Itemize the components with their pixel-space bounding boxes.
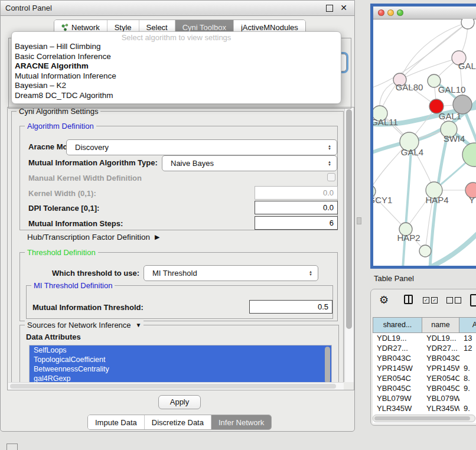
table-cell[interactable]: 9.: [459, 383, 476, 393]
network-canvas[interactable]: GAL7GAL80GAL10GAL1SWI4GAL11GAL4GCY1HAP4Y…: [373, 19, 476, 266]
table-cell[interactable]: 8.: [459, 373, 476, 383]
dpi-tolerance-label: DPI Tolerance [0,1]:: [28, 204, 99, 213]
checked-checkbox-icon[interactable]: ✓: [423, 297, 429, 304]
table-cell[interactable]: YDL19...: [373, 333, 422, 343]
table-cell[interactable]: [459, 393, 476, 403]
algorithm-option[interactable]: Basic Correlation Inference: [12, 52, 341, 62]
table-cell[interactable]: YDR27...: [422, 343, 459, 353]
table-cell[interactable]: YBR043C: [373, 353, 422, 363]
algorithm-option[interactable]: Dream8 DC_TDC Algorithm: [12, 91, 341, 101]
chevron-right-icon: ▶: [155, 233, 159, 240]
settings-scrollpane: Cyni Algorithm Settings Algorithm Defini…: [7, 107, 354, 390]
node-node-gray[interactable]: [453, 95, 472, 114]
zoom-traffic-light-icon[interactable]: [397, 9, 403, 16]
float-window-icon[interactable]: [326, 5, 333, 12]
table-cell[interactable]: YBR045C: [422, 383, 459, 393]
table-row[interactable]: YDR27...YDR27...12: [373, 343, 476, 353]
attribute-list-item[interactable]: TopologicalCoefficient: [30, 355, 331, 364]
table-cell[interactable]: 9.: [459, 403, 476, 413]
splitter-grip[interactable]: [357, 217, 361, 224]
document-icon[interactable]: [470, 294, 476, 306]
mi-threshold-field[interactable]: 0.5: [249, 300, 332, 314]
mi-type-combo[interactable]: Naive Bayes ▲▼: [162, 155, 337, 171]
docked-panel-icon[interactable]: [6, 444, 18, 450]
attributes-scrollbar[interactable]: [325, 347, 330, 383]
which-threshold-combo[interactable]: MI Threshold ▲▼: [144, 265, 318, 281]
algorithm-option[interactable]: Bayesian – Hill Climbing: [12, 42, 341, 52]
mi-threshold-groupbox: MI Threshold Definition Mutual Informati…: [26, 285, 333, 319]
manual-kernel-checkbox[interactable]: [327, 173, 335, 181]
close-traffic-light-icon[interactable]: [378, 9, 384, 16]
network-window-titlebar[interactable]: [373, 6, 476, 19]
algorithm-option[interactable]: Mutual Information Inference: [12, 71, 341, 81]
table-cell[interactable]: YER054C: [422, 373, 459, 383]
combo-stepper-icon: ▲▼: [309, 270, 312, 276]
table-horizontal-scrollbar[interactable]: [373, 415, 475, 422]
cyni-settings-groupbox: Cyni Algorithm Settings Algorithm Defini…: [11, 111, 344, 389]
table-row[interactable]: YBR043CYBR043C: [373, 353, 476, 363]
table-row[interactable]: YER054CYER054C8.: [373, 373, 476, 383]
control-panel-titlebar[interactable]: Control Panel ✕: [1, 1, 354, 16]
table-row[interactable]: YPR145WYPR145W9.: [373, 363, 476, 373]
table-row[interactable]: YBL079WYBL079W: [373, 393, 476, 403]
settings-vertical-scrollbar[interactable]: [344, 108, 354, 382]
node-label-GAL4: GAL4: [401, 147, 423, 157]
minimize-traffic-light-icon[interactable]: [387, 9, 394, 16]
mi-steps-field[interactable]: 6: [255, 216, 338, 230]
table-cell[interactable]: 13: [459, 333, 476, 343]
table-row[interactable]: YBR045CYBR045C9.: [373, 383, 476, 393]
table-cell[interactable]: YLR345W: [373, 403, 422, 413]
checked-checkbox-icon[interactable]: ✓: [431, 297, 438, 304]
table-cell[interactable]: YPR145W: [422, 363, 459, 373]
threshold-definition-groupbox: Threshold Definition Which threshold to …: [19, 252, 338, 321]
which-threshold-label: Which threshold to use:: [52, 269, 139, 278]
gear-icon[interactable]: ⚙: [379, 294, 389, 306]
algorithm-definition-groupbox: Algorithm Definition Aracne Mode: Discov…: [19, 126, 338, 230]
tab-discretize-data[interactable]: Discretize Data: [145, 415, 211, 429]
node-table: shared...nameA YDL19...YDL19...13YDR27..…: [373, 317, 476, 423]
sources-title: Sources for Network Inference▼: [25, 321, 144, 330]
unchecked-checkbox-icon[interactable]: [455, 297, 461, 304]
table-cell[interactable]: YBR045C: [373, 383, 422, 393]
algorithm-dropdown: Select algorithm to view settings Bayesi…: [11, 31, 341, 104]
table-cell[interactable]: YBR043C: [422, 353, 459, 363]
algorithm-option[interactable]: ARACNE Algorithm: [12, 61, 341, 71]
algorithm-option[interactable]: Bayesian – K2: [12, 81, 341, 91]
column-header[interactable]: name: [422, 317, 459, 333]
table-cell[interactable]: YDR27...: [373, 343, 422, 353]
tab-impute-data[interactable]: Impute Data: [88, 415, 145, 429]
node-node-bottom[interactable]: [419, 245, 431, 257]
network-icon: [61, 24, 69, 31]
table-row[interactable]: YLR345WYLR345W9.: [373, 403, 476, 413]
table-cell[interactable]: YLR345W: [422, 403, 459, 413]
split-columns-icon[interactable]: [404, 295, 413, 304]
attribute-list-item[interactable]: SelfLoops: [30, 345, 331, 355]
column-header[interactable]: A: [459, 317, 476, 333]
close-icon[interactable]: ✕: [340, 3, 347, 12]
tab-infer-network[interactable]: Infer Network: [211, 415, 271, 429]
table-cell[interactable]: 12: [459, 343, 476, 353]
scrollbar-thumb[interactable]: [374, 416, 470, 420]
dpi-tolerance-field[interactable]: 0.0: [255, 201, 338, 214]
node-node-top[interactable]: [461, 19, 474, 29]
chevron-down-icon[interactable]: ▼: [136, 322, 142, 328]
table-row[interactable]: YDL19...YDL19...13: [373, 333, 476, 343]
table-cell[interactable]: YBL079W: [373, 393, 422, 403]
table-cell[interactable]: YER054C: [373, 373, 422, 383]
hub-definition-toggle[interactable]: Hub/Transcription Factor Definition▶: [27, 233, 160, 242]
table-cell[interactable]: YDL19...: [422, 333, 459, 343]
scrollbar-thumb[interactable]: [10, 384, 336, 389]
table-cell[interactable]: YPR145W: [373, 363, 422, 373]
table-cell[interactable]: 9.: [459, 363, 476, 373]
column-header[interactable]: shared...: [373, 317, 422, 333]
aracne-mode-combo[interactable]: Discovery ▲▼: [66, 139, 337, 155]
apply-button[interactable]: Apply: [158, 395, 201, 409]
kernel-width-field[interactable]: 0.0: [255, 186, 338, 200]
table-cell[interactable]: [459, 353, 476, 363]
unchecked-checkbox-icon[interactable]: [446, 297, 453, 304]
table-cell[interactable]: YBL079W: [422, 393, 459, 403]
settings-horizontal-scrollbar[interactable]: [8, 382, 344, 390]
node-label-Y: Y: [469, 195, 475, 205]
scrollbar-thumb[interactable]: [346, 109, 352, 329]
attribute-list-item[interactable]: BetweennessCentrality: [30, 364, 331, 374]
